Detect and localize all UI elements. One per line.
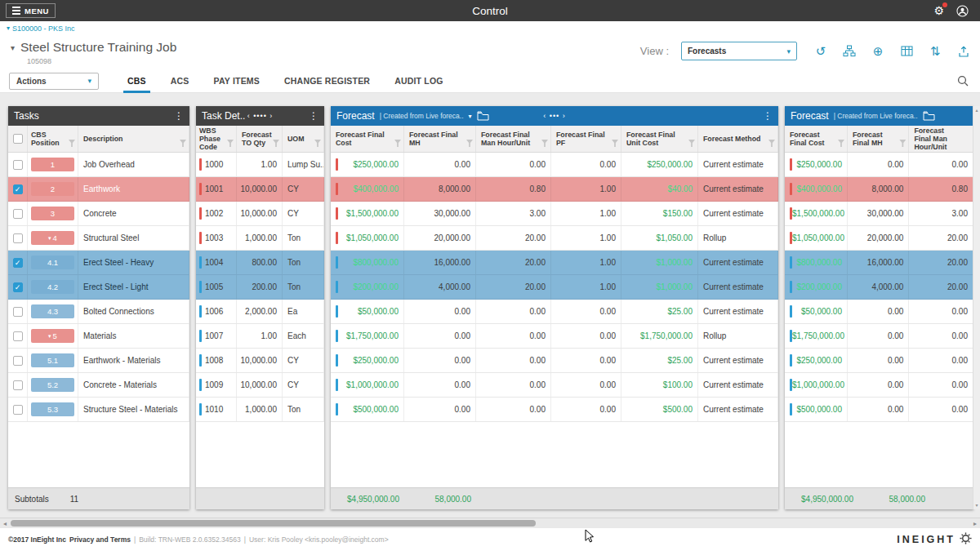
column-header-forecast-method[interactable]: Forecast Method [698,126,778,152]
breadcrumb-project-link[interactable]: S100000 - PKS Inc [12,24,75,33]
cbs-position-badge[interactable]: 4.1 [31,256,74,269]
row-checkbox[interactable] [13,380,23,390]
table-row[interactable]: 10062,000.00Ea [196,300,324,324]
row-checkbox[interactable] [13,233,23,243]
column-header-man-hour-unit[interactable]: Forecast Final Man Hour/Unit [476,126,551,152]
table-row[interactable]: $400,000.008,000.000.80 [785,177,973,202]
table-row[interactable]: 100110,000.00CY [196,177,324,202]
filter-icon[interactable] [768,140,775,147]
cbs-position-badge[interactable]: 5.1 [31,353,74,367]
column-header-forecast-final-cost[interactable]: Forecast Final Cost [331,126,404,152]
table-row[interactable]: ✓4.1Erect Steel - Heavy [8,251,189,275]
user-account-icon[interactable] [956,5,969,17]
open-forecast-folder-icon[interactable] [477,111,489,121]
column-header-man-hour-unit[interactable]: Forecast Final Man Hour/Unit [909,126,973,152]
scroll-right-icon[interactable]: ▸ [970,518,980,528]
cbs-position-badge[interactable]: 5.3 [31,402,74,416]
tab-acs[interactable]: ACS [158,69,202,93]
row-checkbox[interactable]: ✓ [13,282,23,292]
view-select[interactable]: Forecasts ▾ [681,42,797,60]
scroll-down-icon[interactable]: ▾ [975,503,978,508]
table-row[interactable]: ▾4Structural Steel [8,226,189,251]
filter-icon[interactable] [838,140,844,147]
job-title-dropdown[interactable]: ▾ Steel Structure Training Job [11,40,176,55]
table-row[interactable]: $800,000.0016,000.0020.00 [785,251,973,275]
privacy-terms-link[interactable]: Privacy and Terms [69,535,131,544]
column-header-forecast-final-mh[interactable]: Forecast Final MH [848,126,909,152]
table-row[interactable]: 1005200.00Ton [196,275,324,300]
table-row[interactable]: $500,000.000.000.000.00$500.00Current es… [331,398,778,422]
table-row[interactable]: $400,000.008,000.000.801.00$40.00Current… [331,177,778,202]
kebab-menu-icon[interactable]: ⋮ [309,110,318,122]
table-row[interactable]: ✓4.2Erect Steel - Light [8,275,189,300]
collapse-row-icon[interactable]: ▾ [48,235,51,241]
table-row[interactable]: 4.3Bolted Connections [8,300,189,324]
column-header-forecast-to-qty[interactable]: Forecast TO Qty [237,126,283,152]
filter-icon[interactable] [314,140,321,147]
table-row[interactable]: $50,000.000.000.00 [785,300,973,324]
actions-dropdown[interactable]: Actions ▾ [9,73,99,90]
filter-icon[interactable] [273,140,279,147]
table-row[interactable]: $1,050,000.0020,000.0020.00 [785,226,973,251]
table-row[interactable]: $250,000.000.000.00 [785,153,973,177]
open-forecast-folder-icon[interactable] [923,111,935,121]
cbs-position-badge[interactable]: 4.2 [31,280,74,294]
data-grid-icon[interactable] [898,44,915,59]
table-row[interactable]: $250,000.000.000.00 [785,349,973,373]
column-header-pf[interactable]: Forecast Final PF [551,126,621,152]
filter-icon[interactable] [899,140,906,147]
table-row[interactable]: 1Job Overhead [8,153,189,177]
table-row[interactable]: 10031,000.00Ton [196,226,324,251]
breadcrumb-caret-icon[interactable]: ▾ [7,24,10,32]
filter-icon[interactable] [612,140,618,147]
cbs-position-badge[interactable]: ▾5 [31,329,74,343]
column-header-forecast-final-cost[interactable]: Forecast Final Cost [785,126,848,152]
filter-icon[interactable] [541,140,548,147]
filter-icon[interactable] [466,140,473,147]
table-row[interactable]: 1004800.00Ton [196,251,324,275]
column-header-unit-cost[interactable]: Forecast Final Unit Cost [621,126,698,152]
cbs-position-badge[interactable]: 5.2 [31,378,74,392]
kebab-menu-icon[interactable]: ⋮ [174,110,184,122]
scrollbar-thumb[interactable] [11,520,536,527]
cbs-position-badge[interactable]: 3 [31,207,74,220]
add-icon[interactable]: ⊕ [870,44,886,59]
table-row[interactable]: $1,750,000.000.000.000.00$1,750,000.00Ro… [331,324,778,349]
tab-change-register[interactable]: CHANGE REGISTER [272,69,382,93]
row-checkbox[interactable]: ✓ [13,184,23,194]
tab-pay-items[interactable]: PAY ITEMS [202,69,272,93]
table-row[interactable]: ▾5Materials [8,324,189,349]
filter-icon[interactable] [180,140,186,147]
table-row[interactable]: $1,000,000.000.000.000.00$100.00Current … [331,373,778,398]
row-checkbox[interactable]: ✓ [13,258,23,268]
column-header-cbs-position[interactable]: CBS Position [28,126,78,152]
row-checkbox[interactable] [13,331,23,341]
table-row[interactable]: $200,000.004,000.0020.001.00$1,000.00Cur… [331,275,778,300]
select-all-checkbox[interactable] [13,134,23,144]
row-checkbox[interactable] [13,160,23,170]
table-row[interactable]: $200,000.004,000.0020.00 [785,275,973,300]
scroll-left-icon[interactable]: ◂ [0,518,10,528]
row-checkbox[interactable] [13,356,23,366]
settings-gear-icon[interactable]: ⚙ [933,5,944,16]
table-row[interactable]: 10101,000.00Ton [196,398,324,422]
horizontal-scrollbar[interactable]: ◂ ▸ [0,518,980,528]
table-row[interactable]: $1,500,000.0030,000.003.00 [785,202,973,226]
cbs-position-badge[interactable]: ▾4 [31,231,74,245]
chevron-down-icon[interactable]: ▾ [469,113,472,120]
scroll-up-icon[interactable]: ▴ [975,108,978,113]
table-row[interactable]: $50,000.000.000.000.00$25.00Current esti… [331,300,778,324]
table-row[interactable]: 10071.00Each [196,324,324,349]
search-icon[interactable] [957,75,969,87]
export-icon[interactable] [956,44,972,59]
cbs-position-badge[interactable]: 1 [31,158,74,171]
filter-icon[interactable] [394,140,401,147]
table-row[interactable]: 3Concrete [8,202,189,226]
row-checkbox[interactable] [13,405,23,415]
table-row[interactable]: 100210,000.00CY [196,202,324,226]
table-row[interactable]: $800,000.0016,000.0020.001.00$1,000.00Cu… [331,251,778,275]
table-row[interactable]: 10001.00Lump Su.. [196,153,324,177]
row-checkbox[interactable] [13,307,23,317]
column-header-wbs[interactable]: WBS Phase Code [196,126,237,152]
cbs-position-badge[interactable]: 2 [31,182,74,196]
